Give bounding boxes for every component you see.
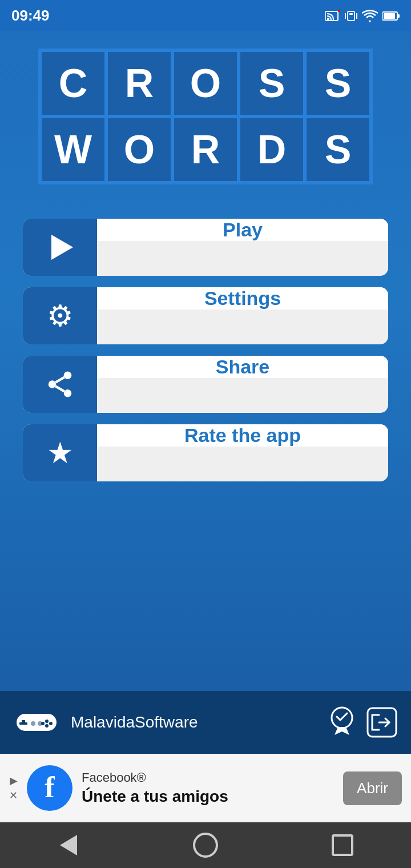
status-icons [325,10,400,22]
settings-icon-container: ⚙ [23,287,97,344]
svg-rect-8 [384,13,395,19]
ad-subtitle: Únete a tus amigos [82,787,334,806]
bottom-brand-label: MalavidaSoftware [71,713,198,732]
rate-button[interactable]: ★ Rate the app [23,424,388,481]
signout-icon[interactable] [366,707,397,738]
logo-cell-o2: O [106,116,172,183]
buttons-container: Play ⚙ Settings Share [23,219,388,481]
nav-bar [0,822,411,868]
battery-icon [382,11,400,21]
logo-cell-o1: O [172,50,239,116]
share-icon [45,369,75,400]
ad-title: Facebook® [82,770,334,785]
vibrate-icon [345,10,357,22]
gear-icon: ⚙ [47,299,74,333]
svg-rect-9 [397,14,400,18]
svg-line-13 [55,386,64,391]
svg-rect-17 [19,722,27,725]
logo-row-1: C R O S S [40,50,371,116]
ad-arrow-area: ▶ ✕ [9,774,18,802]
svg-rect-22 [31,721,35,726]
cast-icon [325,10,340,22]
ad-close-icon[interactable]: ✕ [9,789,18,802]
settings-button[interactable]: ⚙ Settings [23,287,388,344]
play-button[interactable]: Play [23,219,388,276]
status-time: 09:49 [11,7,50,25]
main-content: C R O S S W O R [0,31,411,691]
logo-cell-s1: S [239,50,305,116]
logo-cell-r: R [106,50,172,116]
svg-point-19 [49,722,53,725]
svg-point-18 [45,720,49,723]
svg-point-12 [64,389,72,397]
ad-forward-icon: ▶ [10,774,18,787]
svg-rect-1 [327,18,329,20]
logo-cell-d: D [239,116,305,183]
ad-open-button[interactable]: Abrir [343,771,402,805]
star-icon: ★ [47,436,74,470]
svg-point-11 [49,380,57,388]
svg-point-20 [45,724,49,728]
logo-cell-r2: R [172,116,239,183]
rate-label: Rate the app [97,424,388,447]
nav-back-button[interactable] [46,822,91,868]
bottom-left: MalavidaSoftware [14,705,327,740]
back-icon [60,835,77,855]
share-button[interactable]: Share [23,356,388,413]
status-bar: 09:49 [0,0,411,31]
wifi-icon [362,10,378,22]
svg-point-10 [64,372,72,380]
bottom-right [327,705,397,740]
nav-recent-button[interactable] [320,822,365,868]
play-icon [51,235,73,260]
settings-label: Settings [97,287,388,310]
svg-rect-3 [348,11,354,21]
ad-facebook-icon: f [27,765,72,811]
home-icon [193,833,218,858]
share-label: Share [97,356,388,378]
bottom-bar: MalavidaSoftware [0,691,411,754]
share-icon-container [23,356,97,413]
ad-banner: ▶ ✕ f Facebook® Únete a tus amigos Abrir [0,754,411,822]
play-label: Play [97,219,388,241]
logo-cell-w: W [40,116,106,183]
ad-text: Facebook® Únete a tus amigos [82,770,334,806]
rate-icon-container: ★ [23,424,97,481]
svg-rect-4 [349,13,353,15]
achievement-icon[interactable] [327,705,357,740]
svg-rect-2 [338,10,340,12]
svg-line-14 [55,377,64,383]
svg-rect-23 [38,721,42,726]
logo-row-2: W O R D S [40,116,371,183]
logo-cell-s2: S [305,50,371,116]
logo-cell-s3: S [305,116,371,183]
logo-grid: C R O S S W O R [38,49,373,184]
recent-icon [332,834,353,856]
logo-cell-c: C [40,50,106,116]
play-icon-container [23,219,97,276]
nav-home-button[interactable] [183,822,228,868]
gamepad-icon [14,705,59,740]
